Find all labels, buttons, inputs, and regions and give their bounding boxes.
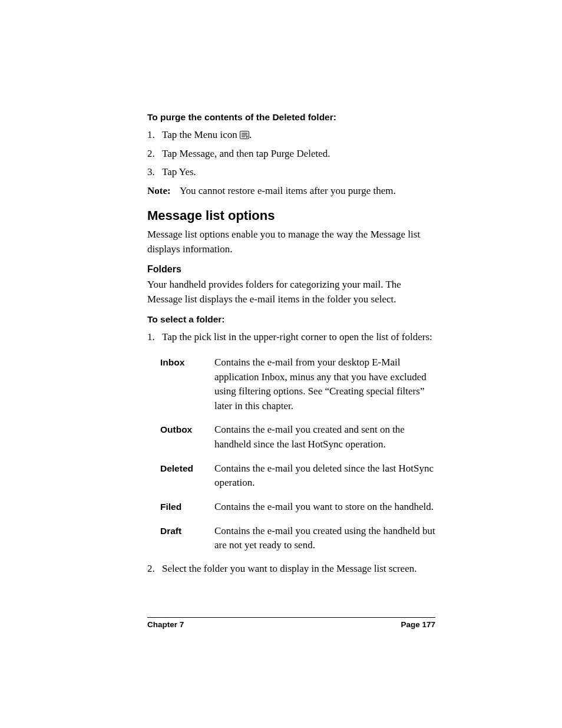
footer-rule [147,617,435,618]
select-folder-heading: To select a folder: [147,314,435,325]
purge-steps: 1. Tap the Menu icon . 2. Tap Message, a… [147,127,435,180]
step-body: Tap Yes. [162,164,435,180]
step-text-pre: Tap the Menu icon [162,129,240,140]
folder-desc: Contains the e-mail you created and sent… [214,423,435,452]
step-body: Tap Message, and then tap Purge Deleted. [162,146,435,162]
footer-line: Chapter 7 Page 177 [147,620,435,629]
section-heading: Message list options [147,208,435,223]
step-number: 2. [147,561,162,577]
select-folder-step-2: 2. Select the folder you want to display… [147,561,435,577]
step-body: Tap the Menu icon . [162,127,435,144]
select-folder-steps-2: 2. Select the folder you want to display… [147,561,435,577]
folder-desc: Contains the e-mail you want to store on… [214,500,435,515]
note-label: Note: [147,183,180,199]
folder-desc: Contains the e-mail you deleted since th… [214,462,435,490]
page-footer: Chapter 7 Page 177 [147,617,435,629]
purge-heading: To purge the contents of the Deleted fol… [147,112,435,123]
select-folder-steps: 1. Tap the pick list in the upper-right … [147,330,435,345]
purge-step-2: 2. Tap Message, and then tap Purge Delet… [147,146,435,162]
purge-step-3: 3. Tap Yes. [147,164,435,180]
purge-note: Note: You cannot restore e-mail items af… [147,183,435,199]
step-number: 1. [147,330,162,345]
folders-heading: Folders [147,264,435,275]
menu-icon [240,129,249,144]
select-folder-step-1: 1. Tap the pick list in the upper-right … [147,330,435,345]
note-text: You cannot restore e-mail items after yo… [180,183,435,199]
folder-row-inbox: Inbox Contains the e-mail from your desk… [160,355,435,414]
step-number: 2. [147,146,162,162]
step-text-post: . [249,129,252,140]
document-page: To purge the contents of the Deleted fol… [0,0,562,728]
step-number: 1. [147,127,162,144]
folder-row-draft: Draft Contains the e-mail you created us… [160,524,435,553]
step-body: Tap the pick list in the upper-right cor… [162,330,435,345]
folder-row-deleted: Deleted Contains the e-mail you deleted … [160,462,435,490]
section-intro: Message list options enable you to manag… [147,227,435,257]
folder-term: Deleted [160,462,214,475]
folders-intro: Your handheld provides folders for categ… [147,277,435,307]
footer-page: Page 177 [401,620,435,629]
step-body: Select the folder you want to display in… [162,561,435,577]
folder-desc: Contains the e-mail you created using th… [214,524,435,553]
folder-term: Draft [160,524,214,538]
purge-step-1: 1. Tap the Menu icon . [147,127,435,144]
folder-term: Inbox [160,355,214,369]
folder-row-filed: Filed Contains the e-mail you want to st… [160,500,435,515]
step-number: 3. [147,164,162,180]
folder-term: Outbox [160,423,214,436]
footer-chapter: Chapter 7 [147,620,184,629]
folder-definitions: Inbox Contains the e-mail from your desk… [160,355,435,553]
folder-row-outbox: Outbox Contains the e-mail you created a… [160,423,435,452]
folder-term: Filed [160,500,214,513]
folder-desc: Contains the e-mail from your desktop E-… [214,355,435,414]
